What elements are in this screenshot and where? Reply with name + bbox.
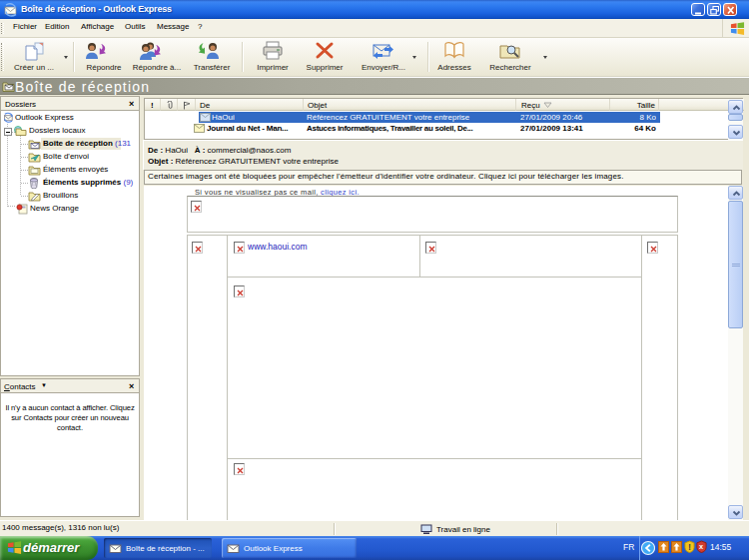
svg-text:!: ! [688,542,691,552]
